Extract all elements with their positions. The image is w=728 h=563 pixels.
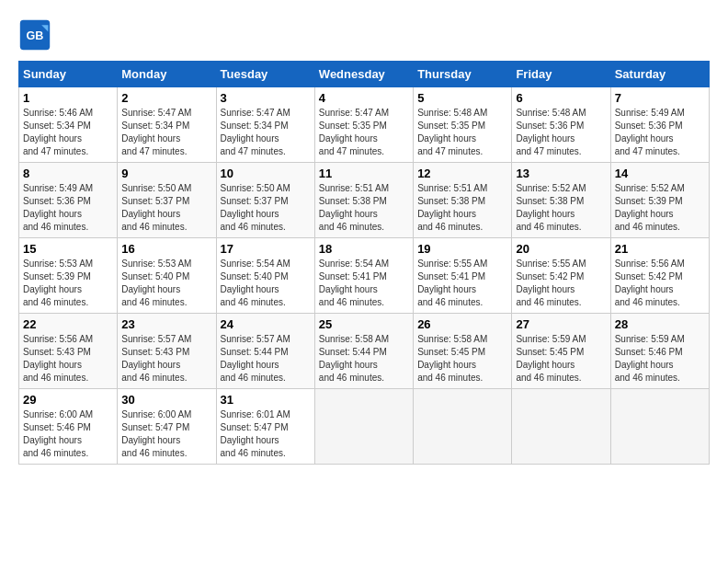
calendar-cell: 14 Sunrise: 5:52 AM Sunset: 5:39 PM Dayl… bbox=[610, 163, 709, 238]
day-info: Sunrise: 5:47 AM Sunset: 5:34 PM Dayligh… bbox=[121, 107, 211, 158]
day-number: 24 bbox=[221, 317, 311, 331]
calendar-week-3: 15 Sunrise: 5:53 AM Sunset: 5:39 PM Dayl… bbox=[19, 238, 710, 314]
day-number: 9 bbox=[121, 167, 211, 180]
calendar-cell: 6 Sunrise: 5:48 AM Sunset: 5:36 PM Dayli… bbox=[512, 87, 610, 163]
day-info: Sunrise: 5:48 AM Sunset: 5:36 PM Dayligh… bbox=[516, 107, 606, 158]
day-number: 27 bbox=[516, 317, 606, 331]
svg-text:GB: GB bbox=[27, 29, 44, 42]
calendar-cell: 7 Sunrise: 5:49 AM Sunset: 5:36 PM Dayli… bbox=[610, 87, 709, 163]
day-header-sunday: Sunday bbox=[19, 62, 118, 87]
calendar-cell: 29 Sunrise: 6:00 AM Sunset: 5:46 PM Dayl… bbox=[19, 389, 118, 465]
calendar-cell: 16 Sunrise: 5:53 AM Sunset: 5:40 PM Dayl… bbox=[118, 238, 216, 314]
day-info: Sunrise: 5:46 AM Sunset: 5:34 PM Dayligh… bbox=[23, 107, 113, 158]
logo-icon: GB bbox=[18, 18, 51, 52]
day-info: Sunrise: 5:49 AM Sunset: 5:36 PM Dayligh… bbox=[23, 182, 113, 234]
day-number: 16 bbox=[121, 242, 211, 256]
day-number: 28 bbox=[615, 317, 705, 331]
calendar-cell: 4 Sunrise: 5:47 AM Sunset: 5:35 PM Dayli… bbox=[314, 87, 413, 163]
day-info: Sunrise: 5:55 AM Sunset: 5:41 PM Dayligh… bbox=[417, 258, 507, 309]
calendar-week-1: 1 Sunrise: 5:46 AM Sunset: 5:34 PM Dayli… bbox=[19, 87, 710, 163]
calendar-cell: 17 Sunrise: 5:54 AM Sunset: 5:40 PM Dayl… bbox=[216, 238, 314, 314]
day-number: 5 bbox=[417, 91, 507, 105]
day-number: 18 bbox=[319, 242, 409, 256]
day-info: Sunrise: 5:54 AM Sunset: 5:41 PM Dayligh… bbox=[319, 258, 409, 309]
day-number: 29 bbox=[23, 393, 113, 407]
calendar-cell: 19 Sunrise: 5:55 AM Sunset: 5:41 PM Dayl… bbox=[414, 238, 512, 314]
calendar-cell: 1 Sunrise: 5:46 AM Sunset: 5:34 PM Dayli… bbox=[19, 87, 118, 163]
calendar-cell: 22 Sunrise: 5:56 AM Sunset: 5:43 PM Dayl… bbox=[19, 314, 118, 389]
calendar-cell: 21 Sunrise: 5:56 AM Sunset: 5:42 PM Dayl… bbox=[610, 238, 709, 314]
day-number: 4 bbox=[319, 91, 409, 105]
day-number: 14 bbox=[615, 167, 705, 180]
day-header-thursday: Thursday bbox=[414, 62, 512, 87]
calendar-header-row: SundayMondayTuesdayWednesdayThursdayFrid… bbox=[19, 62, 710, 87]
calendar-cell: 25 Sunrise: 5:58 AM Sunset: 5:44 PM Dayl… bbox=[314, 314, 413, 389]
day-info: Sunrise: 5:52 AM Sunset: 5:38 PM Dayligh… bbox=[516, 182, 606, 234]
logo: GB bbox=[18, 18, 53, 52]
day-info: Sunrise: 5:51 AM Sunset: 5:38 PM Dayligh… bbox=[417, 182, 507, 234]
calendar-cell: 31 Sunrise: 6:01 AM Sunset: 5:47 PM Dayl… bbox=[216, 389, 314, 465]
day-info: Sunrise: 5:49 AM Sunset: 5:36 PM Dayligh… bbox=[615, 107, 705, 158]
calendar-cell bbox=[414, 389, 512, 465]
day-info: Sunrise: 5:58 AM Sunset: 5:45 PM Dayligh… bbox=[417, 333, 507, 385]
day-number: 3 bbox=[221, 91, 311, 105]
day-info: Sunrise: 5:54 AM Sunset: 5:40 PM Dayligh… bbox=[221, 258, 311, 309]
calendar-cell bbox=[314, 389, 413, 465]
day-number: 26 bbox=[417, 317, 507, 331]
calendar-cell: 9 Sunrise: 5:50 AM Sunset: 5:37 PM Dayli… bbox=[118, 163, 216, 238]
day-info: Sunrise: 5:48 AM Sunset: 5:35 PM Dayligh… bbox=[417, 107, 507, 158]
day-number: 12 bbox=[417, 167, 507, 180]
day-info: Sunrise: 5:59 AM Sunset: 5:45 PM Dayligh… bbox=[516, 333, 606, 385]
calendar-cell bbox=[512, 389, 610, 465]
day-number: 13 bbox=[516, 167, 606, 180]
day-number: 8 bbox=[23, 167, 113, 180]
day-number: 31 bbox=[221, 393, 311, 407]
calendar-week-4: 22 Sunrise: 5:56 AM Sunset: 5:43 PM Dayl… bbox=[19, 314, 710, 389]
day-number: 11 bbox=[319, 167, 409, 180]
calendar-cell: 23 Sunrise: 5:57 AM Sunset: 5:43 PM Dayl… bbox=[118, 314, 216, 389]
day-number: 23 bbox=[121, 317, 211, 331]
day-number: 21 bbox=[615, 242, 705, 256]
day-number: 7 bbox=[615, 91, 705, 105]
day-info: Sunrise: 5:55 AM Sunset: 5:42 PM Dayligh… bbox=[516, 258, 606, 309]
day-info: Sunrise: 5:57 AM Sunset: 5:44 PM Dayligh… bbox=[221, 333, 311, 385]
day-info: Sunrise: 6:00 AM Sunset: 5:47 PM Dayligh… bbox=[121, 408, 211, 460]
day-number: 20 bbox=[516, 242, 606, 256]
calendar-cell: 12 Sunrise: 5:51 AM Sunset: 5:38 PM Dayl… bbox=[414, 163, 512, 238]
day-info: Sunrise: 5:58 AM Sunset: 5:44 PM Dayligh… bbox=[319, 333, 409, 385]
calendar-cell: 26 Sunrise: 5:58 AM Sunset: 5:45 PM Dayl… bbox=[414, 314, 512, 389]
calendar-week-2: 8 Sunrise: 5:49 AM Sunset: 5:36 PM Dayli… bbox=[19, 163, 710, 238]
day-info: Sunrise: 6:01 AM Sunset: 5:47 PM Dayligh… bbox=[221, 408, 311, 460]
calendar-cell: 11 Sunrise: 5:51 AM Sunset: 5:38 PM Dayl… bbox=[314, 163, 413, 238]
day-info: Sunrise: 5:57 AM Sunset: 5:43 PM Dayligh… bbox=[121, 333, 211, 385]
calendar-cell: 24 Sunrise: 5:57 AM Sunset: 5:44 PM Dayl… bbox=[216, 314, 314, 389]
page-header: GB bbox=[18, 18, 710, 52]
day-number: 1 bbox=[23, 91, 113, 105]
calendar-cell: 10 Sunrise: 5:50 AM Sunset: 5:37 PM Dayl… bbox=[216, 163, 314, 238]
day-header-friday: Friday bbox=[512, 62, 610, 87]
day-header-saturday: Saturday bbox=[610, 62, 709, 87]
calendar-cell: 20 Sunrise: 5:55 AM Sunset: 5:42 PM Dayl… bbox=[512, 238, 610, 314]
day-info: Sunrise: 5:53 AM Sunset: 5:40 PM Dayligh… bbox=[121, 258, 211, 309]
day-header-tuesday: Tuesday bbox=[216, 62, 314, 87]
calendar-cell: 8 Sunrise: 5:49 AM Sunset: 5:36 PM Dayli… bbox=[19, 163, 118, 238]
calendar-week-5: 29 Sunrise: 6:00 AM Sunset: 5:46 PM Dayl… bbox=[19, 389, 710, 465]
day-info: Sunrise: 5:56 AM Sunset: 5:43 PM Dayligh… bbox=[23, 333, 113, 385]
day-info: Sunrise: 5:56 AM Sunset: 5:42 PM Dayligh… bbox=[615, 258, 705, 309]
day-info: Sunrise: 5:47 AM Sunset: 5:34 PM Dayligh… bbox=[221, 107, 311, 158]
calendar-cell bbox=[610, 389, 709, 465]
calendar-cell: 5 Sunrise: 5:48 AM Sunset: 5:35 PM Dayli… bbox=[414, 87, 512, 163]
day-number: 6 bbox=[516, 91, 606, 105]
day-info: Sunrise: 6:00 AM Sunset: 5:46 PM Dayligh… bbox=[23, 408, 113, 460]
day-info: Sunrise: 5:50 AM Sunset: 5:37 PM Dayligh… bbox=[221, 182, 311, 234]
day-number: 10 bbox=[221, 167, 311, 180]
calendar-cell: 3 Sunrise: 5:47 AM Sunset: 5:34 PM Dayli… bbox=[216, 87, 314, 163]
day-number: 17 bbox=[221, 242, 311, 256]
day-info: Sunrise: 5:50 AM Sunset: 5:37 PM Dayligh… bbox=[121, 182, 211, 234]
calendar-cell: 13 Sunrise: 5:52 AM Sunset: 5:38 PM Dayl… bbox=[512, 163, 610, 238]
day-number: 22 bbox=[23, 317, 113, 331]
calendar-cell: 28 Sunrise: 5:59 AM Sunset: 5:46 PM Dayl… bbox=[610, 314, 709, 389]
day-number: 25 bbox=[319, 317, 409, 331]
calendar-table: SundayMondayTuesdayWednesdayThursdayFrid… bbox=[18, 61, 710, 465]
day-info: Sunrise: 5:51 AM Sunset: 5:38 PM Dayligh… bbox=[319, 182, 409, 234]
